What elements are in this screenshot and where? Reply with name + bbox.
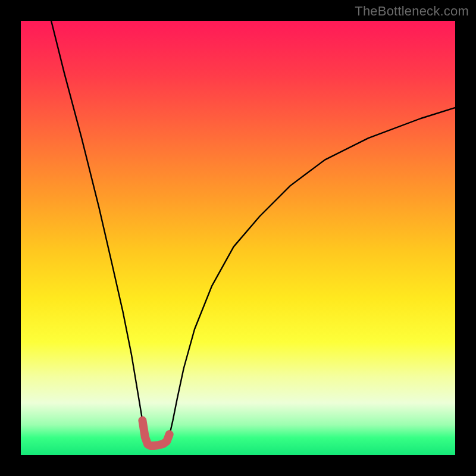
black-curve	[51, 21, 455, 446]
curve-svg	[21, 21, 455, 455]
red-trough-curve	[142, 421, 169, 446]
watermark-text: TheBottleneck.com	[355, 4, 469, 19]
chart-frame: TheBottleneck.com	[0, 0, 476, 476]
plot-area	[21, 21, 455, 455]
